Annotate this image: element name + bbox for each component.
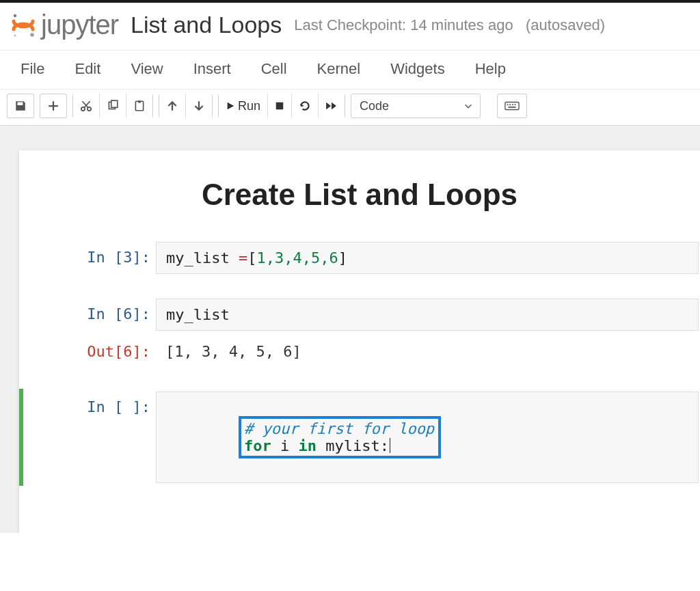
svg-rect-9 (276, 102, 284, 110)
restart-button[interactable] (292, 94, 319, 118)
output-prompt: Out[6]: (19, 336, 156, 360)
toolbar: Run Code (0, 89, 700, 126)
jupyter-logo-icon (10, 12, 37, 39)
input-prompt: In [6]: (19, 299, 156, 322)
svg-rect-15 (509, 107, 516, 108)
run-button-label: Run (238, 99, 260, 113)
code-cell[interactable]: In [3]: my_list =[1,3,4,5,6] (19, 239, 700, 277)
celltype-select[interactable]: Code (351, 94, 481, 118)
svg-point-0 (14, 14, 16, 16)
notebook-container: Create List and Loops In [3]: my_list =[… (19, 150, 700, 533)
cell-gap (19, 370, 700, 389)
code-cell[interactable]: In [6]: my_list (19, 296, 700, 333)
svg-point-3 (81, 107, 85, 111)
markdown-heading[interactable]: Create List and Loops (19, 178, 700, 212)
menu-cell[interactable]: Cell (261, 60, 287, 78)
menu-edit[interactable]: Edit (75, 60, 100, 78)
svg-rect-8 (138, 100, 142, 102)
copy-button[interactable] (100, 94, 126, 118)
copy-icon (107, 100, 119, 112)
checkpoint-prefix: Last Checkpoint: (294, 16, 410, 33)
autosaved-label: (autosaved) (526, 16, 605, 33)
move-down-button[interactable] (186, 94, 212, 118)
arrow-up-icon (166, 100, 178, 112)
add-cell-button[interactable] (40, 94, 67, 118)
svg-point-4 (88, 107, 91, 111)
code-input-active[interactable]: # your first for loop for i in mylist: (156, 391, 699, 483)
keyboard-icon (504, 101, 520, 111)
chevron-down-icon (463, 101, 473, 111)
header: jupyter List and Loops Last Checkpoint: … (0, 3, 700, 50)
cell-output: [1, 3, 4, 5, 6] (156, 336, 700, 367)
svg-rect-10 (505, 102, 519, 110)
input-prompt: In [ ]: (23, 391, 156, 415)
text-cursor (390, 438, 390, 453)
svg-point-2 (14, 34, 16, 36)
move-up-button[interactable] (159, 94, 186, 118)
svg-rect-13 (512, 104, 513, 105)
cut-button[interactable] (73, 94, 100, 118)
svg-rect-12 (509, 104, 511, 105)
checkpoint-label: Last Checkpoint: 14 minutes ago (autosav… (294, 16, 605, 34)
menu-view[interactable]: View (131, 60, 163, 78)
celltype-selected-label: Code (360, 99, 389, 113)
checkpoint-time: 14 minutes ago (410, 16, 513, 33)
code-input[interactable]: my_list (156, 299, 699, 331)
save-button[interactable] (7, 94, 34, 118)
fast-forward-icon (325, 101, 338, 111)
notebook-title[interactable]: List and Loops (131, 12, 282, 38)
annotation-highlight-box: # your first for loop for i in mylist: (239, 416, 441, 458)
menu-insert[interactable]: Insert (193, 60, 231, 78)
interrupt-button[interactable] (268, 94, 292, 118)
command-palette-button[interactable] (497, 94, 527, 118)
move-button-group (159, 94, 213, 118)
input-prompt: In [3]: (19, 242, 156, 266)
run-button-group: Run (218, 94, 345, 118)
arrow-down-icon (193, 100, 205, 112)
stop-icon (275, 101, 284, 111)
save-icon (14, 100, 27, 112)
notebook-sheet-bg: Create List and Loops In [3]: my_list =[… (0, 126, 700, 533)
cell-gap (19, 277, 700, 296)
run-button[interactable]: Run (219, 94, 268, 118)
menu-widgets[interactable]: Widgets (390, 60, 444, 78)
refresh-icon (299, 100, 311, 112)
jupyter-logo[interactable]: jupyter (10, 10, 118, 40)
svg-rect-11 (507, 104, 509, 105)
menubar: File Edit View Insert Cell Kernel Widget… (0, 50, 700, 89)
code-input[interactable]: my_list =[1,3,4,5,6] (156, 242, 699, 274)
scissors-icon (80, 100, 92, 112)
jupyter-logo-text: jupyter (41, 10, 118, 40)
restart-run-all-button[interactable] (319, 94, 345, 118)
svg-rect-6 (111, 100, 118, 107)
svg-rect-14 (515, 104, 516, 105)
menu-file[interactable]: File (21, 60, 44, 78)
paste-button[interactable] (126, 94, 152, 118)
menu-help[interactable]: Help (475, 60, 506, 78)
code-cell-selected[interactable]: In [ ]: # your first for loop for i in m… (19, 389, 700, 486)
menu-kernel[interactable]: Kernel (317, 60, 361, 78)
output-row: Out[6]: [1, 3, 4, 5, 6] (19, 333, 700, 370)
plus-icon (47, 100, 59, 112)
paste-icon (133, 100, 146, 112)
edit-button-group (72, 94, 153, 118)
play-icon (226, 101, 235, 111)
svg-point-1 (30, 33, 34, 37)
